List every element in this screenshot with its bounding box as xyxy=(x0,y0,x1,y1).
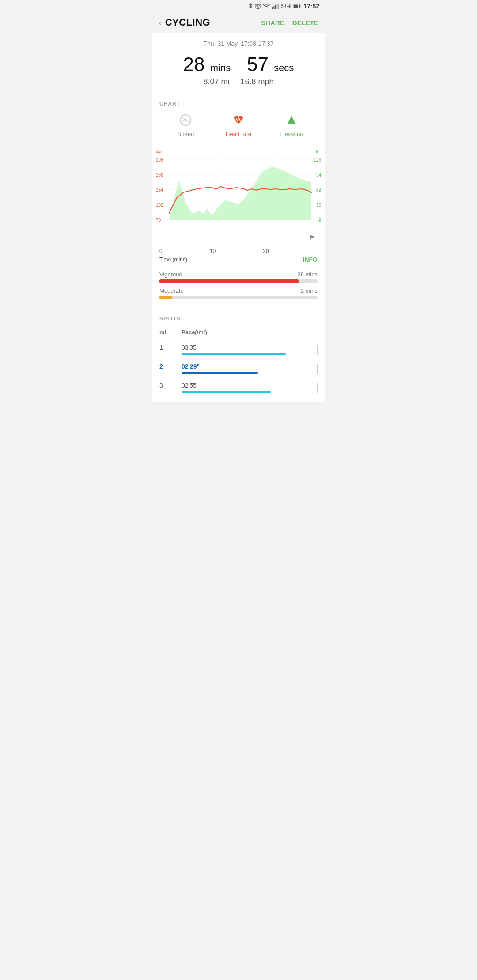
splits-section-label: SPLITS xyxy=(152,310,325,325)
x-label-20: 20 xyxy=(263,248,269,254)
split-pace-3: 02'55" xyxy=(182,382,309,389)
svg-text:102: 102 xyxy=(156,203,163,207)
vigorous-row: Vigorous 26 mins xyxy=(159,271,318,283)
chart-type-elevation[interactable]: Elevation xyxy=(265,114,318,137)
split-row-3: 3 02'55" xyxy=(152,377,325,396)
alarm-icon xyxy=(255,3,261,9)
svg-text:70: 70 xyxy=(156,218,161,222)
svg-text:94: 94 xyxy=(316,173,322,177)
duration-display: 28 mins 57 secs xyxy=(152,53,325,75)
status-time: 17:52 xyxy=(303,3,319,10)
split-pace-2: 02'29" xyxy=(182,363,309,370)
split-bar-1 xyxy=(182,353,286,355)
chart-x-labels: 0 10 20 | xyxy=(152,246,325,255)
duration-mins-unit: mins xyxy=(210,62,231,73)
split-bar-3 xyxy=(182,391,271,393)
chart-type-heart-rate[interactable]: Heart rate xyxy=(212,114,265,137)
split-pace-col-2: 02'29" xyxy=(182,363,318,374)
speed-value: 16.8 mph xyxy=(240,77,273,86)
split-mi-2: 2 xyxy=(159,363,182,370)
moderate-value: 2 mins xyxy=(301,287,318,294)
split-mi-1: 1 xyxy=(159,344,182,351)
chart-section-label: CHART xyxy=(152,95,325,110)
split-bar-2 xyxy=(182,372,258,374)
heart-rate-icon xyxy=(232,114,245,129)
svg-line-4 xyxy=(260,4,261,5)
splits-section: SPLITS mi Pace(/mi) 1 03'35" 2 02'29" 3 xyxy=(152,310,325,402)
moderate-row: Moderate 2 mins xyxy=(159,287,318,299)
battery-level: 68% xyxy=(280,3,291,9)
stats-row: 8.07 mi 16.8 mph xyxy=(152,75,325,94)
split-pace-1: 03'35" xyxy=(182,344,309,351)
chart-x-title-row: Time (mins) INFO xyxy=(152,255,325,267)
intensity-section: Vigorous 26 mins Moderate 2 mins xyxy=(152,267,325,310)
distance-value: 8.07 mi xyxy=(203,77,229,86)
svg-rect-12 xyxy=(294,5,298,8)
time-mins-label: Time (mins) xyxy=(159,256,187,263)
duration-secs-value: 57 xyxy=(247,53,269,75)
svg-text:ft: ft xyxy=(316,149,318,154)
workout-date: Thu, 31 May, 17:08-17:37 xyxy=(152,33,325,49)
svg-rect-9 xyxy=(278,4,279,9)
chart-container: bpm ft 198 166 134 102 70 126 94 62 30 -… xyxy=(152,143,325,267)
header: ‹ CYCLING SHARE DELETE xyxy=(152,12,325,33)
svg-text:bpm: bpm xyxy=(156,149,164,154)
heart-rate-label: Heart rate xyxy=(226,131,251,137)
status-icons: 68% xyxy=(248,3,301,9)
svg-line-2 xyxy=(258,7,259,7)
x-label-0: 0 xyxy=(159,248,163,254)
svg-rect-6 xyxy=(274,6,275,9)
moderate-label: Moderate xyxy=(159,287,184,294)
delete-button[interactable]: DELETE xyxy=(292,19,318,26)
svg-rect-11 xyxy=(300,5,301,7)
split-pace-col-3: 02'55" xyxy=(182,382,318,393)
vigorous-bar-fill xyxy=(159,279,299,283)
signal-icon xyxy=(272,4,279,9)
split-row-1: 1 03'35" xyxy=(152,339,325,358)
svg-text:-2: -2 xyxy=(317,218,321,222)
back-button[interactable]: ‹ xyxy=(159,18,162,28)
svg-text:198: 198 xyxy=(156,158,163,162)
svg-text:134: 134 xyxy=(156,188,163,192)
battery-icon xyxy=(293,4,301,8)
status-bar: 68% 17:52 xyxy=(152,0,325,12)
svg-text:166: 166 xyxy=(156,173,163,177)
wifi-icon xyxy=(263,4,270,9)
svg-rect-8 xyxy=(277,4,278,9)
chart-type-selector: Speed Heart rate Elevation xyxy=(152,110,325,143)
svg-marker-15 xyxy=(287,116,296,124)
x-label-10: 10 xyxy=(210,248,216,254)
splits-header: mi Pace(/mi) xyxy=(152,325,325,339)
svg-rect-7 xyxy=(275,5,276,9)
split-mi-3: 3 xyxy=(159,382,182,389)
vigorous-label: Vigorous xyxy=(159,271,182,278)
moderate-bar-fill xyxy=(159,296,172,299)
duration-mins-value: 28 xyxy=(183,53,205,75)
info-button[interactable]: INFO xyxy=(303,256,318,263)
moderate-bar-bg xyxy=(159,296,318,299)
main-content: Thu, 31 May, 17:08-17:37 28 mins 57 secs… xyxy=(152,33,325,402)
page-title: CYCLING xyxy=(165,17,254,28)
chart-type-speed[interactable]: Speed xyxy=(159,114,212,137)
duration-section: 28 mins 57 secs 8.07 mi 16.8 mph xyxy=(152,49,325,95)
activity-chart: bpm ft 198 166 134 102 70 126 94 62 30 -… xyxy=(152,145,325,246)
col-pace-header: Pace(/mi) xyxy=(182,329,207,335)
split-pace-col-1: 03'35" xyxy=(182,344,318,355)
elevation-icon xyxy=(285,114,298,129)
elevation-label: Elevation xyxy=(280,131,303,137)
svg-rect-5 xyxy=(272,7,273,9)
svg-text:126: 126 xyxy=(314,158,321,162)
col-mi-header: mi xyxy=(159,329,182,335)
svg-line-3 xyxy=(255,4,256,5)
svg-text:30: 30 xyxy=(316,203,322,207)
vigorous-value: 26 mins xyxy=(297,271,318,278)
duration-secs-unit: secs xyxy=(274,62,294,73)
speedometer-icon xyxy=(179,114,192,129)
share-button[interactable]: SHARE xyxy=(261,19,284,26)
speed-label: Speed xyxy=(178,131,194,137)
svg-text:⚑: ⚑ xyxy=(309,234,315,241)
svg-text:62: 62 xyxy=(316,188,322,192)
split-row-2: 2 02'29" xyxy=(152,358,325,377)
bluetooth-icon xyxy=(248,3,253,9)
vigorous-bar-bg xyxy=(159,279,318,283)
